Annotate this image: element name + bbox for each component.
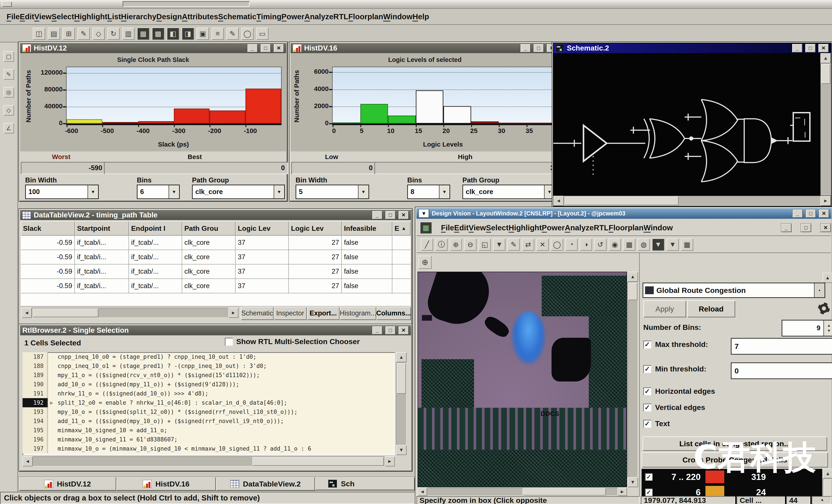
row-checkbox[interactable]: ✓ [645, 473, 652, 481]
code-line[interactable]: 194 ▶ add_11_o = (($signed(mpy_10_o)) + … [23, 417, 395, 426]
tool-icon[interactable]: ▭ [256, 28, 268, 40]
column-header-logiclev2[interactable]: Logic Lev [289, 221, 342, 235]
scroll-down-icon[interactable]: ▼ [396, 445, 407, 455]
table-row[interactable]: -0.59 if_tcab/i... if_tcab/... clk_core … [21, 279, 411, 293]
menu-item[interactable]: Attributes [182, 12, 218, 21]
maximize-button[interactable]: □ [805, 44, 815, 53]
scroll-left-icon[interactable]: ◄ [418, 487, 427, 496]
scroll-up-icon[interactable]: ▲ [627, 272, 638, 282]
dv-menu-item[interactable]: Floorplan [609, 223, 644, 232]
scroll-left-icon[interactable]: ◄ [553, 196, 564, 206]
menu-item[interactable]: Schematic [218, 12, 256, 21]
schematic2-titlebar[interactable]: Schematic.2 _ □ ✕ [553, 43, 831, 53]
code-line[interactable]: 188 ▶ cnpp_ineq_10_o1 = (stage_pred1) ? … [23, 361, 395, 370]
dv-menu-item[interactable]: Select [486, 223, 509, 232]
side-tool-icon[interactable]: ◎ [3, 87, 14, 97]
code-line[interactable]: 187 ▶ cnpp_ineq_10_o0 = (stage_pred1) ? … [23, 352, 395, 361]
dv-tool-icon[interactable]: ▦ [623, 239, 635, 251]
column-header-startpoint[interactable]: Startpoint [75, 221, 129, 235]
system-menu-icon[interactable] [2, 1, 12, 7]
column-header-endpoint[interactable]: Endpoint I [129, 221, 182, 235]
congestion-mode-combo[interactable]: Global Route Congestion ▪ [643, 283, 825, 298]
tab-histdv16[interactable]: HistDV.16 [116, 477, 216, 491]
histogram-plot[interactable]: 04000080000120000-600-500-400-300-200-10… [66, 67, 282, 125]
gear-icon[interactable] [819, 303, 829, 313]
tool-icon[interactable]: ◇ [93, 28, 105, 40]
tool-icon[interactable]: ▥ [122, 28, 134, 40]
maximize-button[interactable]: □ [534, 44, 544, 53]
dv-menu-item[interactable]: View [469, 223, 486, 232]
side-tool-icon[interactable]: ✎ [3, 69, 14, 80]
dv-tool-icon[interactable]: ⇄ [522, 239, 534, 251]
code-line[interactable]: 197 ▶ minmaxw_10_o = (minmaxw_10_signed_… [23, 444, 395, 453]
column-header-pathgroup[interactable]: Path Grou [182, 221, 236, 235]
zoom-box-icon[interactable]: ⊕ [418, 256, 432, 269]
close-button[interactable]: ✕ [274, 44, 284, 53]
menu-item[interactable]: File [6, 12, 20, 21]
dv-tool-icon[interactable]: ◍ [638, 239, 650, 251]
scroll-right-icon[interactable]: ► [821, 196, 831, 206]
dv-menu-item[interactable]: Window [644, 223, 673, 232]
dv-tool-icon[interactable]: ▼ [667, 239, 679, 251]
rtl-hscrollbar[interactable]: ◄ ► [23, 456, 395, 466]
code-line[interactable]: 191 ▶ nhrkw_11_o = (($signed(add_10_o)) … [23, 389, 395, 398]
reload-button[interactable]: Reload [687, 300, 735, 317]
column-header-logiclev1[interactable]: Logic Lev [236, 221, 289, 235]
row-checkbox[interactable]: ✓ [645, 488, 652, 496]
menu-item[interactable]: AnalyzeRTL [304, 12, 348, 21]
column-header-slack[interactable]: Slack [21, 221, 75, 235]
menu-item[interactable]: Floorplan [348, 12, 383, 21]
scroll-up-icon[interactable]: ▲ [396, 352, 407, 362]
code-line[interactable]: 196 ▶ minmaxw_10_signed_11 = 61'd8388607… [23, 435, 395, 444]
close-button[interactable]: ✕ [818, 209, 829, 218]
bins-combo[interactable]: 6▼ [137, 185, 180, 199]
mdi-restore-button[interactable]: □ [801, 223, 811, 232]
tool-icon[interactable]: ▤ [48, 28, 60, 40]
mdi-close-button[interactable]: ✕ [821, 223, 831, 232]
dv-menu-item[interactable]: Edit [454, 223, 469, 232]
datatable-titlebar[interactable]: DataTableView.2 - timing_path Table _ □ … [20, 210, 411, 220]
scroll-up-icon[interactable]: ▲ [821, 53, 831, 63]
action-button[interactable]: Histogram... [340, 306, 376, 320]
close-button[interactable]: ✕ [398, 211, 409, 219]
dv-tool-icon[interactable]: ⊕ [450, 239, 462, 251]
dv-menu-item[interactable]: File [441, 223, 454, 232]
bins-combo[interactable]: 8▼ [407, 185, 450, 199]
menu-item[interactable]: Design [156, 12, 182, 21]
vertical-edges-checkbox[interactable]: ✓ [643, 403, 651, 412]
apply-button[interactable]: Apply [643, 300, 686, 317]
action-button[interactable]: Export... [307, 306, 340, 320]
panel-scroll-up-icon[interactable]: ▲ [823, 273, 832, 283]
dv-tool-icon[interactable]: ↺ [594, 239, 606, 251]
tool-icon[interactable]: ◧ [167, 28, 179, 40]
tool-icon[interactable]: ▣ [197, 28, 209, 40]
scroll-right-icon[interactable]: ► [228, 308, 238, 318]
tool-icon[interactable]: ≡ [211, 28, 224, 40]
histogram-plot[interactable]: 020004000600005101520253035 [332, 67, 554, 125]
maximize-button[interactable]: □ [806, 209, 816, 218]
tool-icon[interactable]: ✎ [78, 28, 90, 40]
menu-item[interactable]: View [34, 12, 51, 21]
scroll-right-icon[interactable]: ► [618, 487, 627, 496]
tool-icon[interactable]: ▩ [152, 28, 164, 40]
chevron-down-icon[interactable]: ▪ [814, 283, 825, 297]
histdv16-titlebar[interactable]: HistDV.16 _ □ ✕ [290, 43, 559, 53]
mdi-minimize-button[interactable]: _ [781, 223, 791, 232]
tab-datatableview2[interactable]: DataTableView.2 [216, 477, 315, 491]
dv-tool-icon[interactable]: ◉ [609, 239, 621, 251]
bins-count-spinner[interactable]: 9 ▲▼ [782, 320, 832, 336]
rtl-code-area[interactable]: 187 ▶ cnpp_ineq_10_o0 = (stage_pred1) ? … [23, 352, 395, 455]
dv-tool-icon[interactable]: ◱ [478, 239, 491, 251]
menu-item[interactable]: Select [52, 12, 74, 21]
menu-item[interactable]: Highlight [74, 12, 107, 21]
dv-tool-icon[interactable]: ◔ [565, 239, 578, 251]
menu-item[interactable]: Edit [20, 12, 34, 21]
action-button[interactable]: Schematic [241, 306, 274, 320]
rtlbrowser-titlebar[interactable]: RtlBrowser.2 - Single Selection _ □ ✕ [20, 325, 411, 335]
menu-item[interactable]: Hierarchy [121, 12, 157, 21]
dv-sysmenu-icon[interactable]: ▼ [419, 209, 429, 218]
text-checkbox[interactable]: ✓ [643, 420, 651, 428]
column-header-e[interactable]: E▲ [392, 221, 411, 235]
code-line[interactable]: 189 ▶ mpy_11_o = (($signed(rcv_v_nt0_o))… [23, 370, 395, 380]
layout-hscrollbar[interactable]: ◄ ► [418, 487, 627, 496]
